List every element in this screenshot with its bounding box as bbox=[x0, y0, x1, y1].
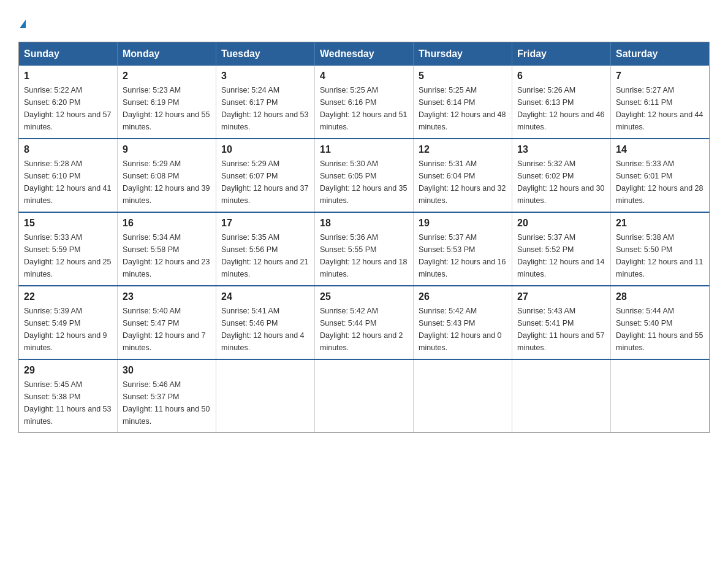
calendar-cell: 9Sunrise: 5:29 AMSunset: 6:08 PMDaylight… bbox=[118, 139, 216, 212]
day-number: 3 bbox=[221, 71, 309, 82]
day-info: Sunrise: 5:35 AMSunset: 5:56 PMDaylight:… bbox=[221, 231, 309, 280]
calendar-cell: 12Sunrise: 5:31 AMSunset: 6:04 PMDayligh… bbox=[414, 139, 512, 212]
day-info: Sunrise: 5:33 AMSunset: 6:01 PMDaylight:… bbox=[616, 158, 704, 207]
day-number: 28 bbox=[616, 291, 704, 302]
day-info: Sunrise: 5:36 AMSunset: 5:55 PMDaylight:… bbox=[320, 231, 408, 280]
calendar-cell: 18Sunrise: 5:36 AMSunset: 5:55 PMDayligh… bbox=[315, 212, 414, 286]
calendar-cell: 1Sunrise: 5:22 AMSunset: 6:20 PMDaylight… bbox=[19, 66, 118, 139]
day-number: 11 bbox=[320, 144, 408, 155]
calendar-cell: 28Sunrise: 5:44 AMSunset: 5:40 PMDayligh… bbox=[611, 286, 710, 359]
day-info: Sunrise: 5:25 AMSunset: 6:16 PMDaylight:… bbox=[320, 84, 408, 133]
calendar-cell: 6Sunrise: 5:26 AMSunset: 6:13 PMDaylight… bbox=[512, 66, 611, 139]
day-info: Sunrise: 5:37 AMSunset: 5:53 PMDaylight:… bbox=[419, 231, 507, 280]
day-info: Sunrise: 5:38 AMSunset: 5:50 PMDaylight:… bbox=[616, 231, 704, 280]
day-info: Sunrise: 5:25 AMSunset: 6:14 PMDaylight:… bbox=[419, 84, 507, 133]
day-number: 2 bbox=[123, 71, 211, 82]
calendar-cell bbox=[216, 359, 315, 433]
day-info: Sunrise: 5:42 AMSunset: 5:43 PMDaylight:… bbox=[419, 305, 507, 354]
day-info: Sunrise: 5:42 AMSunset: 5:44 PMDaylight:… bbox=[320, 305, 408, 354]
calendar-cell bbox=[315, 359, 414, 433]
week-row-1: 1Sunrise: 5:22 AMSunset: 6:20 PMDaylight… bbox=[19, 66, 710, 139]
calendar-cell: 7Sunrise: 5:27 AMSunset: 6:11 PMDaylight… bbox=[611, 66, 710, 139]
calendar-cell: 15Sunrise: 5:33 AMSunset: 5:59 PMDayligh… bbox=[19, 212, 118, 286]
day-info: Sunrise: 5:46 AMSunset: 5:37 PMDaylight:… bbox=[123, 378, 211, 427]
day-number: 7 bbox=[616, 71, 704, 82]
logo-top-row bbox=[18, 12, 26, 29]
calendar-body: 1Sunrise: 5:22 AMSunset: 6:20 PMDaylight… bbox=[19, 66, 710, 433]
page-header bbox=[18, 12, 710, 29]
day-number: 19 bbox=[419, 218, 507, 229]
day-info: Sunrise: 5:24 AMSunset: 6:17 PMDaylight:… bbox=[221, 84, 309, 133]
calendar-cell: 23Sunrise: 5:40 AMSunset: 5:47 PMDayligh… bbox=[118, 286, 216, 359]
calendar-cell: 22Sunrise: 5:39 AMSunset: 5:49 PMDayligh… bbox=[19, 286, 118, 359]
header-friday: Friday bbox=[512, 42, 611, 66]
day-number: 29 bbox=[24, 365, 112, 376]
calendar-cell: 4Sunrise: 5:25 AMSunset: 6:16 PMDaylight… bbox=[315, 66, 414, 139]
header-tuesday: Tuesday bbox=[216, 42, 315, 66]
calendar-cell: 17Sunrise: 5:35 AMSunset: 5:56 PMDayligh… bbox=[216, 212, 315, 286]
day-number: 6 bbox=[517, 71, 605, 82]
calendar-cell bbox=[414, 359, 512, 433]
calendar-table: SundayMondayTuesdayWednesdayThursdayFrid… bbox=[18, 42, 710, 433]
week-row-2: 8Sunrise: 5:28 AMSunset: 6:10 PMDaylight… bbox=[19, 139, 710, 212]
calendar-cell: 8Sunrise: 5:28 AMSunset: 6:10 PMDaylight… bbox=[19, 139, 118, 212]
day-number: 26 bbox=[419, 291, 507, 302]
day-number: 25 bbox=[320, 291, 408, 302]
calendar-cell: 16Sunrise: 5:34 AMSunset: 5:58 PMDayligh… bbox=[118, 212, 216, 286]
calendar-cell: 27Sunrise: 5:43 AMSunset: 5:41 PMDayligh… bbox=[512, 286, 611, 359]
calendar-cell: 19Sunrise: 5:37 AMSunset: 5:53 PMDayligh… bbox=[414, 212, 512, 286]
week-row-5: 29Sunrise: 5:45 AMSunset: 5:38 PMDayligh… bbox=[19, 359, 710, 433]
calendar-cell: 26Sunrise: 5:42 AMSunset: 5:43 PMDayligh… bbox=[414, 286, 512, 359]
day-number: 5 bbox=[419, 71, 507, 82]
day-info: Sunrise: 5:31 AMSunset: 6:04 PMDaylight:… bbox=[419, 158, 507, 207]
logo bbox=[18, 12, 26, 29]
day-info: Sunrise: 5:37 AMSunset: 5:52 PMDaylight:… bbox=[517, 231, 605, 280]
header-wednesday: Wednesday bbox=[315, 42, 414, 66]
day-info: Sunrise: 5:26 AMSunset: 6:13 PMDaylight:… bbox=[517, 84, 605, 133]
calendar-cell: 5Sunrise: 5:25 AMSunset: 6:14 PMDaylight… bbox=[414, 66, 512, 139]
day-info: Sunrise: 5:30 AMSunset: 6:05 PMDaylight:… bbox=[320, 158, 408, 207]
day-info: Sunrise: 5:29 AMSunset: 6:08 PMDaylight:… bbox=[123, 158, 211, 207]
day-info: Sunrise: 5:43 AMSunset: 5:41 PMDaylight:… bbox=[517, 305, 605, 354]
calendar-cell: 25Sunrise: 5:42 AMSunset: 5:44 PMDayligh… bbox=[315, 286, 414, 359]
day-number: 17 bbox=[221, 218, 309, 229]
day-info: Sunrise: 5:41 AMSunset: 5:46 PMDaylight:… bbox=[221, 305, 309, 354]
day-number: 4 bbox=[320, 71, 408, 82]
day-number: 15 bbox=[24, 218, 112, 229]
day-number: 12 bbox=[419, 144, 507, 155]
calendar-cell bbox=[611, 359, 710, 433]
calendar-cell: 21Sunrise: 5:38 AMSunset: 5:50 PMDayligh… bbox=[611, 212, 710, 286]
day-number: 8 bbox=[24, 144, 112, 155]
day-info: Sunrise: 5:32 AMSunset: 6:02 PMDaylight:… bbox=[517, 158, 605, 207]
calendar-cell: 10Sunrise: 5:29 AMSunset: 6:07 PMDayligh… bbox=[216, 139, 315, 212]
day-number: 18 bbox=[320, 218, 408, 229]
day-info: Sunrise: 5:34 AMSunset: 5:58 PMDaylight:… bbox=[123, 231, 211, 280]
day-number: 10 bbox=[221, 144, 309, 155]
calendar-cell: 20Sunrise: 5:37 AMSunset: 5:52 PMDayligh… bbox=[512, 212, 611, 286]
header-thursday: Thursday bbox=[414, 42, 512, 66]
day-info: Sunrise: 5:22 AMSunset: 6:20 PMDaylight:… bbox=[24, 84, 112, 133]
day-number: 1 bbox=[24, 71, 112, 82]
day-info: Sunrise: 5:27 AMSunset: 6:11 PMDaylight:… bbox=[616, 84, 704, 133]
header-row: SundayMondayTuesdayWednesdayThursdayFrid… bbox=[19, 42, 710, 66]
calendar-cell: 11Sunrise: 5:30 AMSunset: 6:05 PMDayligh… bbox=[315, 139, 414, 212]
day-number: 22 bbox=[24, 291, 112, 302]
calendar-cell: 3Sunrise: 5:24 AMSunset: 6:17 PMDaylight… bbox=[216, 66, 315, 139]
header-monday: Monday bbox=[118, 42, 216, 66]
calendar-cell: 13Sunrise: 5:32 AMSunset: 6:02 PMDayligh… bbox=[512, 139, 611, 212]
week-row-4: 22Sunrise: 5:39 AMSunset: 5:49 PMDayligh… bbox=[19, 286, 710, 359]
day-info: Sunrise: 5:39 AMSunset: 5:49 PMDaylight:… bbox=[24, 305, 112, 354]
calendar-header: SundayMondayTuesdayWednesdayThursdayFrid… bbox=[19, 42, 710, 66]
day-info: Sunrise: 5:45 AMSunset: 5:38 PMDaylight:… bbox=[24, 378, 112, 427]
day-number: 20 bbox=[517, 218, 605, 229]
calendar-cell: 29Sunrise: 5:45 AMSunset: 5:38 PMDayligh… bbox=[19, 359, 118, 433]
day-number: 13 bbox=[517, 144, 605, 155]
header-sunday: Sunday bbox=[19, 42, 118, 66]
day-number: 21 bbox=[616, 218, 704, 229]
header-saturday: Saturday bbox=[611, 42, 710, 66]
day-number: 27 bbox=[517, 291, 605, 302]
calendar-cell: 24Sunrise: 5:41 AMSunset: 5:46 PMDayligh… bbox=[216, 286, 315, 359]
day-info: Sunrise: 5:29 AMSunset: 6:07 PMDaylight:… bbox=[221, 158, 309, 207]
day-number: 24 bbox=[221, 291, 309, 302]
day-info: Sunrise: 5:44 AMSunset: 5:40 PMDaylight:… bbox=[616, 305, 704, 354]
